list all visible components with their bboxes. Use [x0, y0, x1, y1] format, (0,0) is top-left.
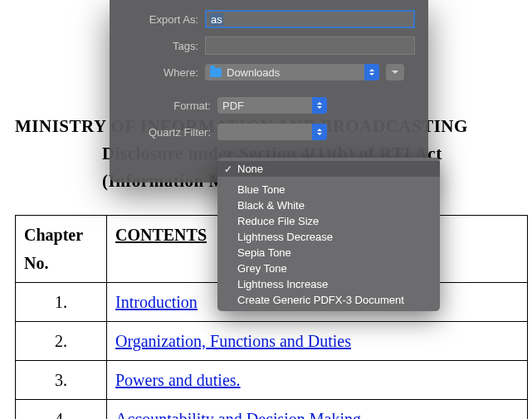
menu-item-label: Grey Tone: [237, 262, 287, 275]
updown-arrows-icon: [312, 124, 327, 140]
menu-item-reduce-file-size[interactable]: Reduce File Size: [217, 213, 440, 229]
menu-item-label: Create Generic PDFX-3 Document: [237, 294, 404, 306]
where-value: Downloads: [227, 66, 280, 79]
chapter-link[interactable]: Powers and duties.: [115, 371, 241, 389]
chapter-number: 1.: [16, 283, 107, 322]
tags-label: Tags:: [110, 40, 205, 52]
quartz-filter-menu: ✓ None Blue Tone Black & White Reduce Fi…: [217, 158, 440, 311]
format-popup[interactable]: PDF: [217, 97, 327, 114]
menu-item-label: Lightness Increase: [237, 278, 328, 290]
chapter-link[interactable]: Accountability and Decision Making: [115, 410, 361, 419]
menu-item-sepia-tone[interactable]: Sepia Tone: [217, 245, 440, 261]
menu-item-grey-tone[interactable]: Grey Tone: [217, 261, 440, 276]
chapter-link[interactable]: Introduction: [115, 293, 198, 311]
export-as-input[interactable]: as: [205, 10, 415, 28]
menu-item-label: Reduce File Size: [237, 215, 319, 227]
menu-item-label: Sepia Tone: [237, 246, 291, 259]
tags-input[interactable]: [205, 37, 415, 55]
where-popup[interactable]: Downloads: [205, 64, 379, 80]
table-row: 4. Accountability and Decision Making: [16, 400, 528, 420]
checkmark-icon: ✓: [224, 163, 232, 175]
format-value: PDF: [222, 100, 244, 112]
chapter-link[interactable]: Organization, Functions and Duties: [115, 332, 351, 350]
chapter-number: 4.: [16, 400, 107, 420]
export-as-value: as: [210, 13, 223, 26]
updown-arrows-icon: [312, 97, 327, 114]
menu-item-lightness-decrease[interactable]: Lightness Decrease: [217, 229, 440, 245]
menu-item-label: None: [237, 163, 263, 175]
chapter-number: 2.: [16, 322, 107, 361]
menu-item-create-pdfx3[interactable]: Create Generic PDFX-3 Document: [217, 292, 440, 308]
export-sheet: Export As: as Tags: Where: Downloads For…: [110, 0, 428, 183]
chapter-number: 3.: [16, 361, 107, 400]
quartz-filter-label: Quartz Filter:: [110, 126, 217, 139]
menu-item-black-white[interactable]: Black & White: [217, 197, 440, 213]
header-chapter-no: Chapter No.: [16, 216, 107, 283]
format-label: Format:: [110, 100, 217, 112]
menu-item-blue-tone[interactable]: Blue Tone: [217, 182, 440, 197]
updown-arrows-icon: [364, 64, 379, 80]
table-row: 2. Organization, Functions and Duties: [16, 322, 528, 361]
table-row: 3. Powers and duties.: [16, 361, 528, 400]
menu-item-label: Black & White: [237, 199, 305, 212]
menu-item-label: Blue Tone: [237, 183, 286, 196]
folder-icon: [210, 68, 222, 77]
where-label: Where:: [110, 66, 205, 79]
quartz-filter-popup[interactable]: [217, 124, 327, 140]
menu-item-none[interactable]: ✓ None: [217, 161, 440, 177]
menu-item-label: Lightness Decrease: [237, 231, 333, 243]
export-as-label: Export As:: [110, 13, 205, 26]
menu-item-lightness-increase[interactable]: Lightness Increase: [217, 276, 440, 292]
disclosure-button[interactable]: [386, 64, 404, 80]
